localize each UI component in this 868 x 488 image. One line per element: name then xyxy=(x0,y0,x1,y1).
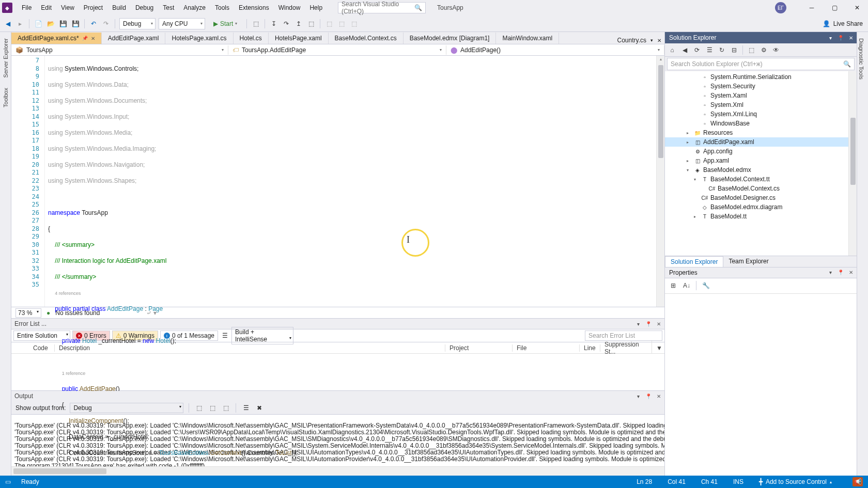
tree-item[interactable]: ◇BaseModel.edmx.diagram xyxy=(665,202,857,212)
menu-build[interactable]: Build xyxy=(108,2,130,13)
tab-mainwindow[interactable]: MainWindow.xaml xyxy=(496,33,559,44)
se-dropdown-icon[interactable]: ▾ xyxy=(827,34,834,41)
properties-body[interactable] xyxy=(665,294,857,476)
tab-server-explorer[interactable]: Server Explorer xyxy=(2,36,10,80)
build-intellisense-combo[interactable]: Build + IntelliSense xyxy=(231,327,293,344)
menu-view[interactable]: View xyxy=(57,2,79,13)
close-button[interactable]: ✕ xyxy=(849,2,865,13)
panel-dropdown-icon[interactable]: ▾ xyxy=(634,320,642,327)
editor-scrollbar[interactable]: ▴ xyxy=(656,56,664,307)
undo-button[interactable]: ↶ xyxy=(89,19,98,28)
close-doc-icon[interactable]: ✕ xyxy=(657,38,661,43)
tab-hotel-cs[interactable]: Hotel.cs xyxy=(234,33,269,44)
menu-file[interactable]: File xyxy=(18,2,36,13)
tab-overflow[interactable]: Country.cs xyxy=(617,37,646,44)
props-wrench-button[interactable]: 🔧 xyxy=(701,280,711,291)
props-alpha-button[interactable]: A↓ xyxy=(681,280,692,291)
tab-addeditpage-xaml[interactable]: AddEditPage.xaml xyxy=(102,33,166,44)
tab-hotelspage-cs[interactable]: HotelsPage.xaml.cs xyxy=(165,33,233,44)
tb-btn-5[interactable]: ⬚ xyxy=(306,19,316,28)
se-showall-button[interactable]: ⬚ xyxy=(746,45,756,55)
tb-btn-7[interactable]: ⬚ xyxy=(337,19,346,28)
tree-item[interactable]: ▾◈BaseModel.edmx xyxy=(665,165,857,175)
menu-window[interactable]: Window xyxy=(274,2,305,13)
menu-test[interactable]: Test xyxy=(159,2,178,13)
props-dropdown-icon[interactable]: ▾ xyxy=(827,269,834,276)
notifications-button[interactable]: 📢 xyxy=(853,477,863,486)
start-debug-button[interactable]: ▶ Start ▾ xyxy=(208,19,242,28)
nav-member-combo[interactable]: ⬤ AddEditPage() xyxy=(446,45,664,55)
panel-close-icon[interactable]: ✕ xyxy=(655,320,662,327)
tab-diagnostic-tools[interactable]: Diagnostic Tools xyxy=(857,36,865,82)
tree-item[interactable]: ▫System.Xml xyxy=(665,100,857,109)
menu-debug[interactable]: Debug xyxy=(131,2,158,13)
add-source-control-button[interactable]: ╋ Add to Source Control ▴ xyxy=(759,478,832,485)
tree-item[interactable]: C#BaseModel.Context.cs xyxy=(665,184,857,193)
step-over-button[interactable]: ↷ xyxy=(282,19,291,28)
tree-item[interactable]: ▸TBaseModel.tt xyxy=(665,212,857,221)
menu-edit[interactable]: Edit xyxy=(37,2,56,13)
solution-tree[interactable]: ▫System.Runtime.Serialization▫System.Sec… xyxy=(665,71,857,256)
quick-launch-search[interactable]: Search Visual Studio (Ctrl+Q) 🔍 xyxy=(338,2,426,13)
tab-addeditpage-cs[interactable]: AddEditPage.xaml.cs* 📌 ✕ xyxy=(11,33,102,44)
tab-basemodel-context[interactable]: BaseModel.Context.cs xyxy=(329,33,404,44)
tree-item[interactable]: ▸📁Resources xyxy=(665,128,857,137)
tb-btn-8[interactable]: ⬚ xyxy=(349,19,359,28)
tb-btn-6[interactable]: ⬚ xyxy=(324,19,334,28)
tab-solution-explorer[interactable]: Solution Explorer xyxy=(665,256,723,267)
code-editor[interactable]: 78910 11121314 15161718 19202122 2324252… xyxy=(11,56,664,307)
se-refresh-button[interactable]: ↻ xyxy=(717,45,727,55)
tab-dropdown-icon[interactable]: ▾ xyxy=(650,38,653,43)
back-button[interactable]: ◀ xyxy=(3,19,12,28)
menu-tools[interactable]: Tools xyxy=(211,2,234,13)
forward-button[interactable]: ▸ xyxy=(16,19,25,28)
tree-item[interactable]: ▫System.Xml.Linq xyxy=(665,109,857,119)
output-pin-icon[interactable]: 📍 xyxy=(645,392,652,400)
platform-combo[interactable]: Any CPU xyxy=(159,18,205,29)
output-source-combo[interactable]: Debug xyxy=(70,403,183,413)
menu-analyze[interactable]: Analyze xyxy=(179,2,210,13)
live-share-button[interactable]: 👤 Live Share xyxy=(823,20,863,27)
tab-hotelspage-xaml[interactable]: HotelsPage.xaml xyxy=(269,33,329,44)
se-pin-icon[interactable]: 📍 xyxy=(837,34,844,41)
minimize-button[interactable]: ─ xyxy=(804,2,819,13)
menu-extensions[interactable]: Extensions xyxy=(235,2,273,13)
se-preview-button[interactable]: 👁 xyxy=(771,45,781,55)
output-close-icon[interactable]: ✕ xyxy=(655,392,662,400)
output-dropdown-icon[interactable]: ▾ xyxy=(634,392,642,400)
se-btn-4[interactable]: ☰ xyxy=(704,45,715,55)
config-combo[interactable]: Debug xyxy=(119,18,156,29)
user-avatar[interactable]: ЕГ xyxy=(775,2,786,13)
tree-item[interactable]: C#BaseModel.Designer.cs xyxy=(665,193,857,202)
se-properties-button[interactable]: ⚙ xyxy=(758,45,769,55)
tab-team-explorer[interactable]: Team Explorer xyxy=(723,256,773,267)
panel-pin-icon[interactable]: 📍 xyxy=(645,320,652,327)
se-home-button[interactable]: ⌂ xyxy=(667,45,677,55)
tree-item[interactable]: ▾TBaseModel.Context.tt xyxy=(665,175,857,184)
save-button[interactable]: 💾 xyxy=(58,19,68,28)
tree-item[interactable]: ▸◫App.xaml xyxy=(665,156,857,165)
tree-item[interactable]: ▸◫AddEditPage.xaml xyxy=(665,137,857,147)
props-categorize-button[interactable]: ⊞ xyxy=(668,280,678,291)
step-out-button[interactable]: ↥ xyxy=(294,19,303,28)
se-back-button[interactable]: ◀ xyxy=(679,45,690,55)
tree-item[interactable]: ▫System.Security xyxy=(665,82,857,91)
props-close-icon[interactable]: ✕ xyxy=(847,269,855,276)
tab-basemodel-diagram[interactable]: BaseModel.edmx [Diagram1] xyxy=(404,33,497,44)
pin-icon[interactable]: 📌 xyxy=(82,36,88,41)
restore-button[interactable]: ▢ xyxy=(827,2,842,13)
menu-help[interactable]: Help xyxy=(305,2,327,13)
props-pin-icon[interactable]: 📍 xyxy=(837,269,844,276)
menu-project[interactable]: Project xyxy=(80,2,107,13)
nav-project-combo[interactable]: 📦 ToursApp xyxy=(11,45,228,55)
tree-item[interactable]: ▫WindowsBase xyxy=(665,119,857,128)
output-h-scrollbar[interactable] xyxy=(11,466,664,476)
tree-item[interactable]: ▫System.Runtime.Serialization xyxy=(665,72,857,82)
se-collapse-button[interactable]: ⊟ xyxy=(729,45,739,55)
code-content[interactable]: using System.Windows.Controls; using Sys… xyxy=(45,56,656,307)
zoom-combo[interactable]: 73 % xyxy=(16,308,41,318)
tree-item[interactable]: ⚙App.config xyxy=(665,147,857,156)
open-button[interactable]: 📂 xyxy=(46,19,55,28)
tab-toolbox[interactable]: Toolbox xyxy=(2,86,10,109)
step-into-button[interactable]: ↧ xyxy=(269,19,278,28)
